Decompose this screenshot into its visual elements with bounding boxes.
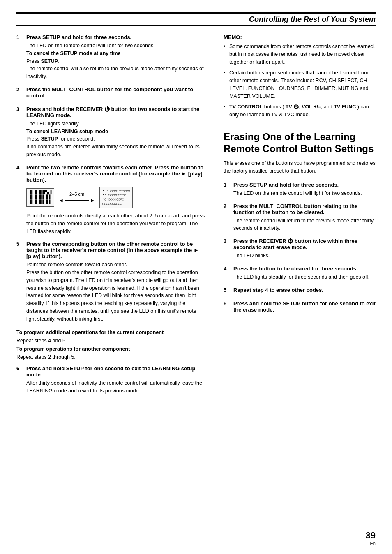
- erase-step-4-title: Press the button to be cleared for three…: [233, 265, 376, 272]
- step-3-body: The LED lights steadily. To cancel LEARN…: [26, 120, 207, 159]
- step-4-title: Point the two remote controls towards ea…: [26, 164, 207, 183]
- page-header: Controlling the Rest of Your System: [16, 12, 376, 26]
- erase-step-5-content: Repeat step 4 to erase other codes.: [233, 287, 376, 295]
- memo-item-3: TV CONTROL buttons ( TV ⏻, VOL +/–, and …: [224, 103, 376, 119]
- erase-step-3-title: Press the RECEIVER ⏻ button twice within…: [233, 238, 376, 250]
- step-5-title: Press the corresponding button on the ot…: [26, 241, 207, 259]
- step-4-number: 4: [16, 164, 23, 235]
- memo-title: MEMO:: [224, 34, 376, 40]
- erase-step-5: 5 Repeat step 4 to erase other codes.: [224, 287, 376, 295]
- step-1-subheading: To cancel the SETUP mode at any time: [26, 51, 120, 56]
- step-3: 3 Press and hold the RECEIVER ⏻ button f…: [16, 106, 207, 159]
- step-3-title: Press and hold the RECEIVER ⏻ button for…: [26, 106, 207, 118]
- step-3-content: Press and hold the RECEIVER ⏻ button for…: [26, 106, 207, 159]
- erase-step-1: 1 Press SETUP and hold for three seconds…: [224, 182, 376, 197]
- diagram-label: 2–5 cm: [69, 192, 84, 196]
- right-column: MEMO: Some commands from other remote co…: [224, 34, 376, 401]
- step-6: 6 Press and hold SETUP for one second to…: [16, 365, 207, 395]
- step-5: 5 Press the corresponding button on the …: [16, 241, 207, 323]
- step-6-number: 6: [16, 365, 23, 395]
- memo-item-1: Some commands from other remote controls…: [224, 43, 376, 66]
- erase-title: Erasing One of the Learning Remote Contr…: [224, 131, 376, 155]
- remote-left: ▐▌▐▌▐▌█▀▄▐ ▐▌▐▌▐▌▌▐▌▌ ▐▌▐▌▐▌▌▐▌▌: [26, 188, 54, 207]
- erase-step-5-title: Repeat step 4 to erase other codes.: [233, 287, 376, 293]
- content-columns: 1 Press SETUP and hold for three seconds…: [16, 34, 376, 401]
- step-4-body: Point the remote controls directly at ea…: [26, 212, 207, 235]
- erase-step-6-content: Press and hold the SETUP button for one …: [233, 300, 376, 314]
- page: Controlling the Rest of Your System 1 Pr…: [0, 0, 392, 554]
- page-footer: 39 En: [366, 530, 376, 546]
- page-lang: En: [366, 541, 376, 546]
- step-1-body: The LED on the remote control will light…: [26, 42, 207, 81]
- remote-right: · · ○○○○·○○○○○ ·· ○○○○○○○○○ ·○·○○○○○○⊕○ …: [99, 187, 133, 208]
- step-5-body: Point the remote controls toward each ot…: [26, 261, 207, 323]
- erase-step-4-content: Press the button to be cleared for three…: [233, 265, 376, 281]
- step-1-title: Press SETUP and hold for three seconds.: [26, 34, 207, 40]
- erase-step-1-content: Press SETUP and hold for three seconds. …: [233, 182, 376, 197]
- page-title: Controlling the Rest of Your System: [16, 15, 376, 24]
- arrow-icons: ◄ ►: [58, 197, 95, 203]
- erase-step-4: 4 Press the button to be cleared for thr…: [224, 265, 376, 281]
- erase-step-3-content: Press the RECEIVER ⏻ button twice within…: [233, 238, 376, 260]
- step-3-subheading1: To cancel LEARNING setup mode: [26, 129, 108, 134]
- erase-step-1-number: 1: [224, 182, 230, 197]
- step-2-number: 2: [16, 86, 23, 100]
- step-1-content: Press SETUP and hold for three seconds. …: [26, 34, 207, 81]
- erase-step-1-body: The LED on the remote control will light…: [233, 189, 376, 197]
- step-3-number: 3: [16, 106, 23, 159]
- arrow-line: [65, 200, 89, 201]
- erase-step-2: 2 Press the MULTI CONTROL button relatin…: [224, 203, 376, 233]
- step-1: 1 Press SETUP and hold for three seconds…: [16, 34, 207, 81]
- step-4: 4 Point the two remote controls towards …: [16, 164, 207, 235]
- arrow-left-icon: ◄: [58, 197, 64, 203]
- note-heading-1: To program additional operations for the…: [16, 330, 164, 335]
- step-5-number: 5: [16, 241, 23, 323]
- memo-section: MEMO: Some commands from other remote co…: [224, 34, 376, 119]
- erase-step-3: 3 Press the RECEIVER ⏻ button twice with…: [224, 238, 376, 260]
- erase-step-3-body: The LED blinks.: [233, 252, 376, 260]
- erase-step-3-number: 3: [224, 238, 230, 260]
- erase-step-4-body: The LED lights steadily for three second…: [233, 273, 376, 281]
- erase-step-6-number: 6: [224, 300, 230, 314]
- erase-step-4-number: 4: [224, 265, 230, 281]
- erase-step-2-content: Press the MULTI CONTROL button relating …: [233, 203, 376, 233]
- step-4-content: Point the two remote controls towards ea…: [26, 164, 207, 235]
- step-1-number: 1: [16, 34, 23, 81]
- step-2-content: Press the MULTI CONTROL button for the c…: [26, 86, 207, 100]
- additional-notes: To program additional operations for the…: [16, 328, 207, 361]
- arrow-right-icon: ►: [90, 197, 95, 203]
- erase-step-6: 6 Press and hold the SETUP button for on…: [224, 300, 376, 314]
- erase-intro: This erases one of the buttons you have …: [224, 159, 376, 175]
- erase-step-1-title: Press SETUP and hold for three seconds.: [233, 182, 376, 188]
- memo-list: Some commands from other remote controls…: [224, 43, 376, 119]
- page-number: 39: [366, 530, 376, 541]
- erase-step-2-title: Press the MULTI CONTROL button relating …: [233, 203, 376, 215]
- step-6-title: Press and hold SETUP for one second to e…: [26, 365, 207, 378]
- remote-diagram: ▐▌▐▌▐▌█▀▄▐ ▐▌▐▌▐▌▌▐▌▌ ▐▌▐▌▐▌▌▐▌▌ 2–5 cm …: [26, 187, 207, 208]
- memo-item-2: Certain buttons represent modes that can…: [224, 69, 376, 100]
- erase-step-5-number: 5: [224, 287, 230, 295]
- step-5-content: Press the corresponding button on the ot…: [26, 241, 207, 323]
- arrow-area: 2–5 cm ◄ ►: [58, 192, 95, 203]
- erase-section: Erasing One of the Learning Remote Contr…: [224, 131, 376, 314]
- left-column: 1 Press SETUP and hold for three seconds…: [16, 34, 207, 401]
- step-6-body: After thirty seconds of inactivity the r…: [26, 379, 207, 395]
- erase-step-2-body: The remote control will return to the pr…: [233, 217, 376, 233]
- note-heading-2: To program operations for another compon…: [16, 346, 130, 352]
- erase-step-6-title: Press and hold the SETUP button for one …: [233, 300, 376, 313]
- step-2-title: Press the MULTI CONTROL button for the c…: [26, 86, 207, 99]
- erase-step-2-number: 2: [224, 203, 230, 233]
- step-2: 2 Press the MULTI CONTROL button for the…: [16, 86, 207, 100]
- step-6-content: Press and hold SETUP for one second to e…: [26, 365, 207, 395]
